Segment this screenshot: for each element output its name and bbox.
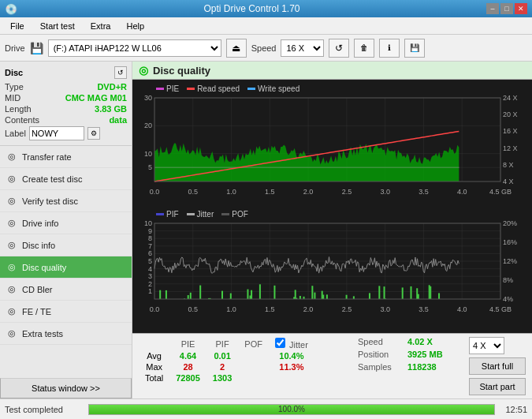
sidebar-item-transfer-rate-label: Transfer rate: [22, 152, 72, 162]
menu-help[interactable]: Help: [119, 19, 151, 33]
save-button[interactable]: 💾: [404, 39, 425, 58]
menu-file[interactable]: File: [3, 19, 32, 33]
legend-jitter-color: [187, 213, 195, 215]
disc-label-input[interactable]: [29, 126, 84, 140]
disc-contents-value: data: [109, 115, 127, 125]
sidebar-item-cd-bler[interactable]: ◎ CD Bler: [0, 279, 132, 301]
stats-speed-row: Speed 4.02 X: [358, 337, 455, 346]
stats-col-pif: PIF: [206, 337, 238, 350]
sidebar-item-fe-te-label: FE / TE: [22, 307, 51, 316]
stats-position-label: Position: [358, 350, 401, 359]
menu-extra[interactable]: Extra: [84, 19, 118, 33]
toolbar: Drive 💾 (F:) ATAPI iHAP122 W LL06 ⏏ Spee…: [0, 35, 532, 62]
disc-header: Disc ↺: [5, 66, 127, 79]
legend-jitter: Jitter: [187, 210, 214, 219]
speed-label: Speed: [251, 43, 277, 53]
stats-avg-pie: 4.64: [169, 350, 206, 361]
sidebar-item-transfer-rate[interactable]: ◎ Transfer rate: [0, 146, 132, 168]
sidebar-item-drive-info[interactable]: ◎ Drive info: [0, 212, 132, 234]
disc-panel: Disc ↺ Type DVD+R MID CMC MAG M01 Length…: [0, 62, 132, 146]
stats-samples-value: 118238: [407, 362, 455, 372]
disc-quality-header: ◎ Disc quality: [132, 62, 532, 80]
stats-position-row: Position 3925 MB: [358, 350, 455, 359]
start-part-button[interactable]: Start part: [469, 378, 526, 395]
erase-button[interactable]: 🗑: [354, 39, 374, 58]
stats-right: Speed 4.02 X Position 3925 MB Samples 11…: [358, 337, 455, 372]
disc-title: Disc: [5, 68, 23, 77]
sidebar-item-drive-info-label: Drive info: [22, 219, 58, 228]
jitter-checkbox[interactable]: [275, 338, 285, 348]
maximize-button[interactable]: □: [500, 3, 513, 14]
legend-pof-color: [221, 213, 229, 215]
disc-length-row: Length 3.83 GB: [5, 104, 127, 114]
eject-button[interactable]: ⏏: [226, 39, 247, 58]
fe-te-icon: ◎: [6, 306, 17, 317]
sidebar-item-cd-bler-label: CD Bler: [22, 285, 53, 294]
stats-area: PIE PIF POF Jitter Avg 4.64 0.01 10.4%: [132, 333, 532, 398]
sidebar-item-extra-tests[interactable]: ◎ Extra tests: [0, 323, 132, 345]
drive-select[interactable]: (F:) ATAPI iHAP122 W LL06: [48, 39, 221, 57]
legend-write-speed-color: [247, 88, 255, 90]
titlebar: 💿 Opti Drive Control 1.70 – □ ✕: [0, 0, 532, 17]
disc-refresh-button[interactable]: ↺: [114, 66, 127, 79]
disc-length-label: Length: [5, 104, 32, 114]
progress-bar-container: 100.0%: [88, 404, 495, 415]
stats-total-jitter: [269, 372, 314, 383]
stats-max-pof: [238, 361, 269, 372]
app-title: Opti Drive Control 1.70: [17, 3, 486, 14]
stats-avg-label: Avg: [139, 350, 169, 361]
legend-pie-color: [156, 88, 164, 90]
legend-pif: PIF: [156, 210, 179, 219]
chart1-area: PIE Read speed Write speed: [132, 83, 532, 208]
status-text: Test completed: [5, 405, 84, 414]
legend-pof: POF: [221, 210, 248, 219]
stats-total-pie: 72805: [169, 372, 206, 383]
minimize-button[interactable]: –: [486, 3, 499, 14]
stats-avg-pof: [238, 350, 269, 361]
speed-select[interactable]: 16 X 12 X 8 X 4 X Max: [281, 39, 324, 57]
menu-start-test[interactable]: Start test: [33, 19, 82, 33]
chart2-legend: PIF Jitter POF: [132, 208, 532, 220]
legend-read-speed-color: [187, 88, 195, 90]
transfer-rate-icon: ◎: [6, 152, 17, 163]
create-test-disc-icon: ◎: [6, 174, 17, 185]
chart1-legend: PIE Read speed Write speed: [132, 83, 532, 95]
status-window-button[interactable]: Status window >>: [0, 378, 132, 398]
sidebar-item-create-test-disc[interactable]: ◎ Create test disc: [0, 168, 132, 190]
speed-dropdown-right[interactable]: 4 X 8 X 12 X 16 X Max: [469, 337, 504, 354]
legend-pie: PIE: [156, 84, 179, 93]
stats-col-pie: PIE: [169, 337, 206, 350]
info-button[interactable]: ℹ: [379, 39, 400, 58]
sidebar-item-fe-te[interactable]: ◎ FE / TE: [0, 301, 132, 323]
disc-type-row: Type DVD+R: [5, 82, 127, 92]
sidebar-item-verify-test-disc[interactable]: ◎ Verify test disc: [0, 190, 132, 212]
sidebar-item-disc-quality[interactable]: ◎ Disc quality: [0, 256, 132, 279]
legend-write-speed: Write speed: [247, 84, 299, 93]
close-button[interactable]: ✕: [515, 3, 527, 14]
stats-table: PIE PIF POF Jitter Avg 4.64 0.01 10.4%: [139, 337, 314, 383]
legend-pif-color: [156, 213, 164, 215]
disc-quality-icon: ◎: [6, 262, 17, 273]
disc-mid-value: CMC MAG M01: [65, 93, 127, 103]
disc-label-settings-button[interactable]: ⚙: [87, 127, 100, 140]
start-full-button[interactable]: Start full: [469, 357, 526, 375]
sidebar-item-verify-test-disc-label: Verify test disc: [22, 196, 78, 206]
sidebar-item-disc-quality-label: Disc quality: [22, 263, 66, 272]
verify-test-disc-icon: ◎: [6, 196, 17, 207]
extra-tests-icon: ◎: [6, 328, 17, 339]
disc-label-label: Label: [5, 129, 26, 138]
stats-col-jitter-check: Jitter: [269, 337, 314, 350]
sidebar-item-disc-info[interactable]: ◎ Disc info: [0, 234, 132, 256]
start-buttons: 4 X 8 X 12 X 16 X Max Start full Start p…: [469, 337, 526, 395]
app-icon: 💿: [5, 3, 17, 15]
disc-quality-header-icon: ◎: [139, 64, 148, 77]
disc-mid-row: MID CMC MAG M01: [5, 93, 127, 103]
chart1-canvas: [132, 95, 532, 197]
disc-contents-row: Contents data: [5, 115, 127, 125]
window-controls: – □ ✕: [486, 3, 527, 14]
disc-quality-title: Disc quality: [153, 65, 210, 77]
sidebar-item-create-test-disc-label: Create test disc: [22, 174, 82, 184]
refresh-button[interactable]: ↺: [329, 39, 349, 58]
main-layout: Disc ↺ Type DVD+R MID CMC MAG M01 Length…: [0, 62, 532, 398]
stats-total-pif: 1303: [206, 372, 238, 383]
